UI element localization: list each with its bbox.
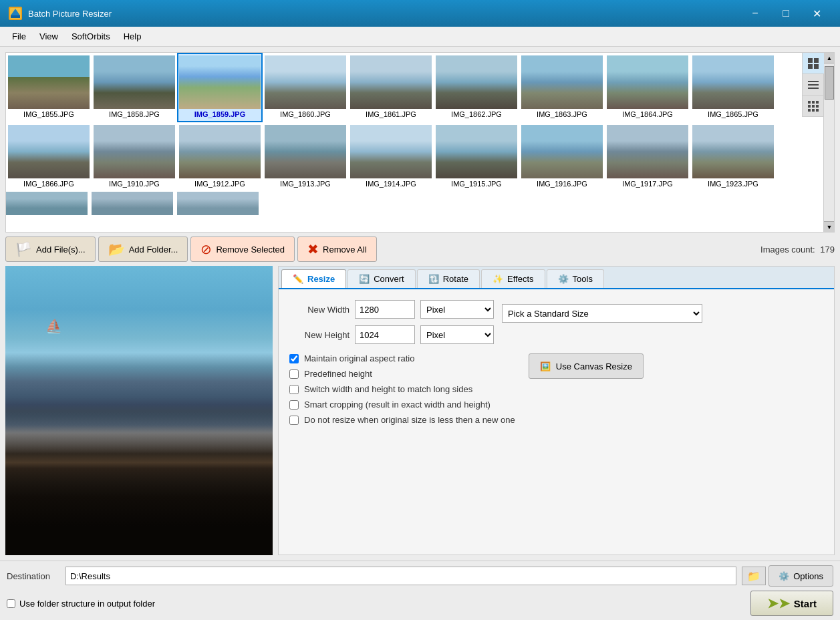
gallery-row-3 [6,192,823,215]
view-list-button[interactable] [803,74,824,96]
label-1861: IMG_1861.JPG [351,109,431,120]
svg-rect-11 [808,101,811,104]
height-input[interactable] [355,325,415,344]
switch-width-height-checkbox[interactable] [289,385,299,394]
thumb-1923 [692,125,774,178]
width-unit-select[interactable]: Pixel Percent Centimeter Inch [420,300,494,319]
options-button[interactable]: ⚙️ Options [768,565,833,587]
app-icon [8,6,23,21]
folder-structure-checkbox[interactable] [7,599,15,608]
svg-rect-7 [814,64,819,69]
add-folder-button[interactable]: 📂 Add Folder... [98,237,188,262]
menu-file[interactable]: File [5,29,33,44]
browse-destination-button[interactable]: 📁 [742,567,766,585]
checkboxes-col: Maintain original aspect ratio Predefine… [289,353,515,425]
gallery-item-1862[interactable]: IMG_1862.JPG [434,53,519,122]
gallery-item-1861[interactable]: IMG_1861.JPG [348,53,434,122]
gallery-partial-2 [92,192,177,215]
scroll-down-arrow[interactable]: ▼ [824,221,835,232]
minimize-button[interactable]: − [740,0,771,27]
titlebar: Batch Picture Resizer − □ ✕ [0,0,840,27]
thumb-1866 [8,125,90,178]
maintain-aspect-checkbox[interactable] [289,354,299,363]
no-resize-checkbox[interactable] [289,416,299,425]
label-1923: IMG_1923.JPG [693,178,773,189]
start-button[interactable]: ➤➤ Start [750,591,833,616]
thumb-1914 [350,125,432,178]
svg-rect-10 [808,88,819,89]
view-grid-button[interactable] [803,96,824,117]
remove-selected-icon: ⊘ [200,241,212,257]
standard-size-select[interactable]: Pick a Standard Size 640×480 800×600 102… [502,304,702,323]
canvas-resize-button[interactable]: 🖼️ Use Canvas Resize [529,353,644,379]
images-count-value: 179 [820,245,835,255]
convert-tab-icon: 🔄 [359,274,370,284]
thumb-1861 [350,55,432,109]
gallery-item-1863[interactable]: IMG_1863.JPG [519,53,605,122]
gallery-item-1860[interactable]: IMG_1860.JPG [263,53,348,122]
tools-tab-label: Tools [573,274,593,284]
canvas-resize-label: Use Canvas Resize [556,361,632,371]
tab-resize[interactable]: ✏️ Resize [281,269,346,288]
tab-rotate[interactable]: 🔃 Rotate [417,269,480,288]
tabs-bar: ✏️ Resize 🔄 Convert 🔃 Rotate ✨ Effects ⚙… [279,267,834,289]
svg-rect-9 [808,84,819,86]
thumb-1915 [436,125,517,178]
gallery-item-1913[interactable]: IMG_1913.JPG [263,122,348,192]
remove-selected-button[interactable]: ⊘ Remove Selected [190,237,295,262]
menu-help[interactable]: Help [117,29,148,44]
width-input[interactable] [355,300,415,319]
gallery-item-1859[interactable]: IMG_1859.JPG [177,53,263,122]
view-thumbnail-button[interactable] [803,53,824,74]
gallery-item-1917[interactable]: IMG_1917.JPG [605,122,690,192]
thumb-1863 [521,55,603,109]
app-title: Batch Picture Resizer [28,9,740,19]
height-unit-select[interactable]: Pixel Percent Centimeter Inch [420,325,494,344]
remove-all-button[interactable]: ✖ Remove All [297,237,377,262]
svg-rect-4 [808,58,813,63]
gallery-item-1914[interactable]: IMG_1914.JPG [348,122,434,192]
svg-rect-16 [816,105,819,108]
gallery-item-1855[interactable]: IMG_1855.JPG [6,53,92,122]
label-1858: IMG_1858.JPG [94,109,174,120]
add-files-icon: 🏳️ [15,241,32,257]
start-label: Start [794,598,817,609]
menu-view[interactable]: View [33,29,65,44]
gallery-item-1858[interactable]: IMG_1858.JPG [92,53,177,122]
maximize-button[interactable]: □ [771,0,801,27]
menubar: File View SoftOrbits Help [0,27,840,47]
gallery-item-1916[interactable]: IMG_1916.JPG [519,122,605,192]
new-width-label: New Width [289,305,349,315]
tab-effects[interactable]: ✨ Effects [481,269,545,288]
scroll-up-arrow[interactable]: ▲ [824,53,835,63]
smart-cropping-row: Smart cropping (result in exact width an… [289,400,515,410]
thumb-1917 [607,125,688,178]
scroll-thumb[interactable] [825,66,834,100]
menu-softorbits[interactable]: SoftOrbits [65,29,117,44]
list-view-icon [807,79,819,91]
close-button[interactable]: ✕ [801,0,832,27]
svg-rect-6 [808,64,813,69]
gallery-item-1910[interactable]: IMG_1910.JPG [92,122,177,192]
maintain-aspect-label: Maintain original aspect ratio [304,353,414,363]
gallery-item-1864[interactable]: IMG_1864.JPG [605,53,690,122]
gallery-item-1923[interactable]: IMG_1923.JPG [690,122,776,192]
label-1864: IMG_1864.JPG [607,109,688,120]
add-files-button[interactable]: 🏳️ Add File(s)... [5,237,96,262]
svg-rect-15 [812,105,815,108]
gallery-item-1866[interactable]: IMG_1866.JPG [6,122,92,192]
predefined-height-checkbox[interactable] [289,369,299,379]
tab-tools[interactable]: ⚙️ Tools [547,269,604,288]
add-folder-icon: 📂 [108,241,125,257]
tab-convert[interactable]: 🔄 Convert [347,269,416,288]
destination-row: Destination 📁 ⚙️ Options [7,565,833,587]
browse-folder-icon: 📁 [747,570,760,583]
convert-tab-label: Convert [374,274,404,284]
gallery-item-1915[interactable]: IMG_1915.JPG [434,122,519,192]
thumb-1865 [692,55,774,109]
destination-input[interactable] [65,567,736,585]
gallery-item-1912[interactable]: IMG_1912.JPG [177,122,263,192]
gallery-item-1865[interactable]: IMG_1865.JPG [690,53,776,122]
smart-cropping-checkbox[interactable] [289,400,299,410]
thumb-1864 [607,55,688,109]
